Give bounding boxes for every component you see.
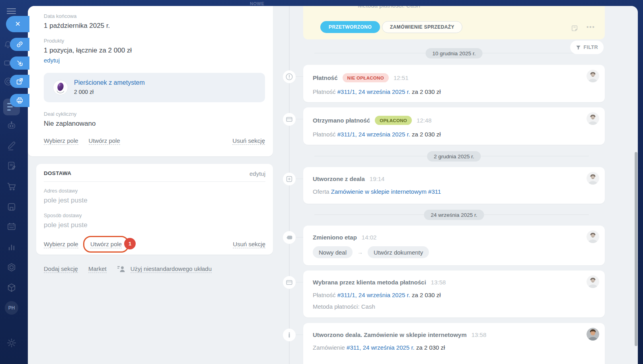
date-pill: 10 grudnia 2025 r. bbox=[426, 48, 483, 58]
event-time: 19:14 bbox=[370, 175, 385, 182]
sign-pen-icon[interactable] bbox=[6, 141, 17, 151]
deal-details-card: Data końcowa 1 października 2025 r. Prod… bbox=[28, 6, 273, 156]
open-in-new-button[interactable] bbox=[10, 75, 29, 88]
info-icon bbox=[283, 329, 296, 341]
create-field-link[interactable]: Utwórz pole bbox=[89, 137, 120, 145]
payment-link[interactable]: #311/1, 24 września 2025 r. bbox=[337, 131, 410, 138]
event-title: Wybrana przez klienta metoda płatności bbox=[313, 279, 426, 286]
external-link-icon bbox=[16, 77, 24, 86]
event-time: 14:02 bbox=[362, 234, 377, 241]
note-icon[interactable] bbox=[571, 24, 579, 32]
arrow-right-icon: → bbox=[357, 249, 363, 255]
payment-method-text: Metoda płatności: Cash bbox=[313, 303, 595, 310]
credit-card-icon bbox=[283, 276, 296, 289]
bar-chart-icon[interactable] bbox=[6, 242, 17, 252]
status-badge-processed[interactable]: PRZETWORZONO bbox=[320, 21, 380, 33]
timeline-event: Utworzone z deala 19:14 Oferta Zamówieni… bbox=[303, 167, 605, 204]
product-name-link[interactable]: Pierścionek z ametystem bbox=[74, 79, 145, 86]
package-box-icon[interactable] bbox=[6, 282, 17, 293]
delivery-title: DOSTAWA bbox=[44, 170, 71, 176]
funnel-icon bbox=[576, 45, 581, 50]
avatar bbox=[586, 230, 599, 243]
app-root: NOWE bbox=[0, 0, 643, 364]
event-time: 12:48 bbox=[417, 117, 432, 124]
payment-link[interactable]: #311/1, 24 września 2025 r. bbox=[337, 292, 410, 298]
stage-to: Utwórz dokumenty bbox=[368, 246, 429, 258]
market-link[interactable]: Market bbox=[88, 265, 107, 273]
copy-link-button[interactable] bbox=[10, 38, 29, 51]
delivery-method-label: Sposób dostawy bbox=[44, 212, 82, 218]
store-icon[interactable] bbox=[6, 202, 17, 212]
copilot-robot-icon[interactable] bbox=[6, 120, 17, 130]
doc-type-badge[interactable]: ZAMÓWIENIE SPRZEDAŻY bbox=[382, 21, 462, 33]
sidebar: PH bbox=[0, 0, 28, 364]
event-time: 12:51 bbox=[394, 74, 409, 81]
delivery-edit-link[interactable]: edytuj bbox=[249, 170, 265, 177]
timeline-event: Zmieniono etap 14:02 Nowy deal → Utwórz … bbox=[303, 226, 605, 265]
product-price: 2 000 zł bbox=[74, 89, 94, 95]
event-title: Utworzono deala. Zamówienie w sklepie in… bbox=[313, 331, 467, 338]
minimize-arrow-icon bbox=[16, 59, 24, 67]
avatar-initials[interactable]: PH bbox=[5, 301, 18, 315]
delivery-method-value[interactable]: pole jest puste bbox=[44, 221, 88, 229]
more-actions-icon[interactable]: ••• bbox=[586, 23, 595, 30]
gear-icon[interactable] bbox=[6, 338, 17, 348]
select-field-link[interactable]: Wybierz pole bbox=[44, 137, 78, 145]
credit-card-icon bbox=[283, 113, 296, 126]
event-time: 13:58 bbox=[472, 331, 487, 338]
delivery-create-field-link[interactable]: Utwórz pole bbox=[90, 241, 122, 248]
delivery-address-label: Adres dostawy bbox=[44, 188, 78, 194]
layout-footer-links: Dodaj sekcję Market Użyj niestandardoweg… bbox=[44, 265, 212, 273]
avatar bbox=[586, 112, 599, 125]
timeline-event: Płatność NIE OPŁACONO 12:51 Płatność #31… bbox=[303, 65, 605, 102]
event-title: Utworzone z deala bbox=[313, 175, 365, 182]
end-date-value[interactable]: 1 października 2025 r. bbox=[44, 22, 110, 30]
highlight-count-badge: 1 bbox=[124, 238, 136, 249]
order-link[interactable]: #311, 24 września 2025 r. bbox=[347, 344, 415, 351]
delivery-remove-section-link[interactable]: Usuń sekcję bbox=[233, 241, 265, 248]
hexagon-icon[interactable] bbox=[6, 262, 17, 273]
print-button[interactable] bbox=[10, 94, 29, 107]
timeline-scrollbar[interactable] bbox=[635, 152, 637, 346]
timeline-event: Utworzono deala. Zamówienie w sklepie in… bbox=[303, 323, 605, 364]
avatar-photo bbox=[586, 328, 599, 341]
close-button[interactable]: ✕ bbox=[6, 16, 29, 32]
stage-from: Nowy deal bbox=[313, 246, 353, 258]
create-field-highlight: Utwórz pole bbox=[83, 236, 129, 253]
event-title: Zmieniono etap bbox=[313, 234, 357, 241]
alert-icon bbox=[283, 70, 296, 83]
avatar bbox=[586, 275, 599, 288]
products-edit-link[interactable]: edytuj bbox=[44, 57, 60, 64]
status-badge-unpaid: NIE OPŁACONO bbox=[343, 73, 389, 82]
document-edit-icon[interactable] bbox=[6, 161, 17, 171]
pinned-event-card: Metoda płatności: Cash PRZETWORZONO ZAMÓ… bbox=[303, 6, 605, 39]
menu-icon[interactable] bbox=[7, 8, 16, 14]
event-title: Płatność bbox=[313, 74, 338, 81]
timeline: Metoda płatności: Cash PRZETWORZONO ZAMÓ… bbox=[303, 6, 605, 364]
products-label: Produkty bbox=[44, 38, 64, 44]
avatar bbox=[586, 70, 599, 82]
tab-nowe[interactable]: NOWE bbox=[250, 1, 264, 6]
custom-layout-link[interactable]: Użyj niestandardowego układu bbox=[131, 265, 212, 273]
timeline-event: Otrzymano płatność OPŁACONO 12:48 Płatno… bbox=[303, 107, 605, 145]
date-pill: 24 września 2025 r. bbox=[424, 210, 484, 220]
delivery-select-field-link[interactable]: Wybierz pole bbox=[44, 241, 78, 248]
filter-button[interactable]: FILTR bbox=[570, 41, 604, 54]
stage-icon bbox=[283, 231, 296, 244]
cart-icon[interactable] bbox=[6, 181, 17, 192]
offer-link[interactable]: Zamówienie w sklepie internetowym #311 bbox=[331, 188, 441, 195]
recurring-value[interactable]: Nie zaplanowano bbox=[44, 120, 95, 128]
deal-slider-panel: Data końcowa 1 października 2025 r. Prod… bbox=[28, 6, 638, 364]
timeline-event: Wybrana przez klienta metoda płatności 1… bbox=[303, 271, 605, 317]
product-card: Pierścionek z ametystem 2 000 zł bbox=[44, 73, 265, 102]
remove-section-link[interactable]: Usuń sekcję bbox=[232, 137, 265, 145]
delivery-address-value[interactable]: pole jest puste bbox=[44, 197, 88, 204]
link-icon bbox=[16, 40, 24, 49]
printer-icon bbox=[16, 96, 24, 105]
payment-link[interactable]: #311/1, 24 września 2025 r. bbox=[337, 88, 410, 95]
date-divider: 24 września 2025 r. bbox=[303, 209, 605, 221]
date-divider: 10 grudnia 2025 r. FILTR bbox=[303, 47, 605, 59]
planner-icon[interactable] bbox=[6, 222, 17, 232]
minimize-button[interactable] bbox=[10, 56, 29, 70]
add-section-link[interactable]: Dodaj sekcję bbox=[44, 265, 78, 273]
